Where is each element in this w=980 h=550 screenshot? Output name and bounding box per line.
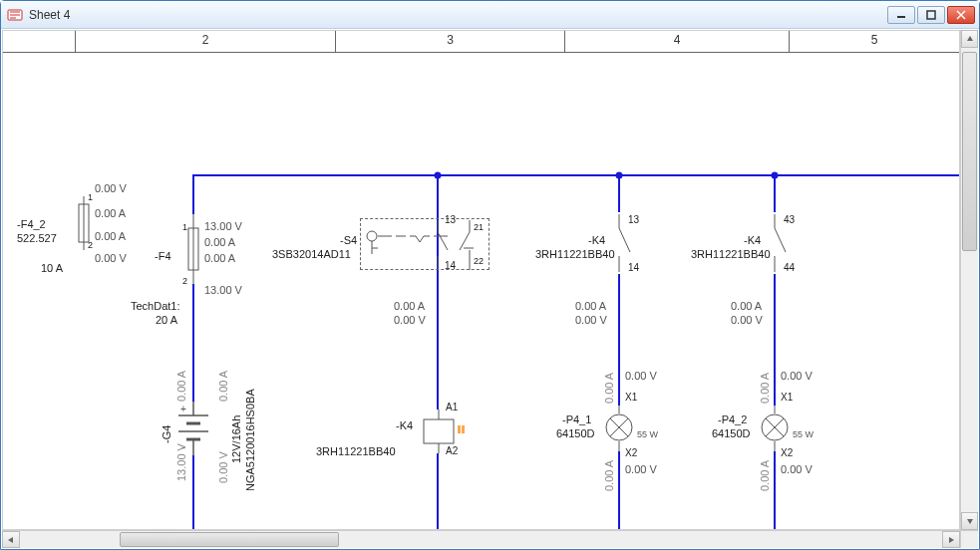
lamp-p4-2	[760, 406, 790, 451]
meas-current: 0.00 A	[759, 460, 771, 491]
pin-label: 21	[474, 222, 484, 232]
component-part: 3RH11221BB40	[535, 248, 615, 260]
hscroll-track[interactable]	[20, 531, 942, 548]
meas-current: 0.00 A	[175, 371, 187, 402]
meas-voltage: 13.00 V	[175, 443, 187, 481]
hscroll-thumb[interactable]	[120, 532, 339, 547]
component-part: 64150D	[556, 427, 595, 439]
meas-voltage: 13.00 V	[204, 284, 242, 296]
component-ref: -K4	[588, 234, 605, 246]
meas-current: 0.00 A	[394, 300, 425, 312]
svg-marker-51	[949, 537, 954, 543]
pin-label: A1	[446, 402, 458, 412]
svg-rect-37	[462, 425, 465, 433]
svg-line-24	[460, 232, 470, 250]
meas-voltage: 0.00 V	[394, 314, 426, 326]
component-ref: -K4	[744, 234, 761, 246]
meas-voltage: 0.00 V	[781, 370, 813, 382]
svg-line-21	[438, 232, 448, 250]
minimize-icon	[896, 10, 906, 20]
component-part: 522.527	[17, 232, 57, 244]
meas-voltage: 0.00 V	[625, 463, 657, 475]
vscroll-thumb[interactable]	[962, 52, 977, 251]
component-rating: 10 A	[41, 262, 63, 274]
chevron-right-icon	[947, 536, 955, 544]
minimize-button[interactable]	[887, 6, 915, 24]
meas-current: 0.00 A	[731, 300, 762, 312]
meas-voltage: 0.00 V	[217, 451, 229, 483]
ruler-cell: 5	[790, 31, 959, 52]
maximize-icon	[926, 10, 936, 20]
meas-current: 0.00 A	[603, 460, 615, 491]
scroll-up-button[interactable]	[961, 30, 978, 48]
lamp-wattage: 55 W	[793, 429, 814, 439]
scroll-right-button[interactable]	[942, 531, 960, 548]
svg-rect-34	[424, 419, 454, 443]
component-ref: -G4	[161, 425, 172, 443]
meas-current: 0.00 A	[95, 230, 126, 242]
titlebar[interactable]: Sheet 4	[1, 1, 979, 29]
lamp-wattage: 55 W	[637, 429, 658, 439]
component-ref: -P4_1	[562, 413, 591, 425]
svg-point-17	[367, 231, 377, 241]
meas-current: 0.00 A	[204, 236, 235, 248]
chevron-left-icon	[7, 536, 15, 544]
pin-label: 14	[445, 260, 456, 271]
junction-node	[616, 172, 623, 179]
canvas-scrollport[interactable]: 2 3 4 5	[2, 30, 960, 530]
lamp-p4-1	[604, 406, 634, 451]
component-rating: 20 A	[156, 314, 177, 326]
pin-label: X1	[781, 392, 793, 403]
window-title: Sheet 4	[29, 8, 887, 22]
svg-text:+: +	[180, 404, 186, 414]
ruler-cell	[3, 31, 76, 52]
component-part: 3SB32014AD11	[272, 248, 351, 260]
pin-label: 1	[182, 222, 187, 232]
scroll-left-button[interactable]	[2, 531, 20, 548]
pin-label: A2	[446, 445, 458, 456]
component-ref: -S4	[340, 234, 357, 246]
switch-s4	[360, 220, 490, 270]
pin-label: 22	[474, 256, 484, 266]
ruler-cell: 4	[565, 31, 790, 52]
close-icon	[956, 10, 966, 20]
meas-voltage: 13.00 V	[204, 220, 242, 232]
meas-current: 0.00 A	[204, 252, 235, 264]
pin-label: X2	[625, 447, 637, 458]
wire-bus-top	[192, 174, 960, 176]
client-area: 2 3 4 5	[2, 30, 978, 548]
meas-voltage: 0.00 V	[95, 252, 127, 264]
meas-current: 0.00 A	[217, 371, 229, 402]
component-desc: 12V/16Ah	[230, 415, 242, 463]
close-button[interactable]	[947, 6, 975, 24]
meas-voltage: 0.00 V	[781, 463, 813, 475]
app-icon	[7, 7, 23, 23]
svg-rect-2	[927, 11, 935, 19]
component-part: 64150D	[712, 427, 751, 439]
meas-current: 0.00 A	[575, 300, 606, 312]
vscroll-track[interactable]	[961, 48, 978, 512]
maximize-button[interactable]	[917, 6, 945, 24]
pin-label: X1	[625, 392, 637, 403]
component-ref: -P4_2	[718, 413, 747, 425]
meas-voltage: 0.00 V	[95, 182, 127, 194]
pin-label: 1	[88, 192, 93, 202]
chevron-up-icon	[966, 35, 974, 43]
horizontal-scrollbar[interactable]	[2, 530, 960, 548]
svg-line-31	[775, 228, 786, 252]
junction-node	[772, 172, 779, 179]
vertical-scrollbar[interactable]	[960, 30, 978, 530]
svg-marker-48	[967, 36, 973, 41]
scroll-down-button[interactable]	[961, 512, 978, 530]
app-window: Sheet 4 2 3 4 5	[0, 0, 980, 550]
component-ref: -F4	[155, 250, 171, 262]
column-ruler: 2 3 4 5	[3, 31, 959, 53]
component-techdat: TechDat1:	[131, 300, 180, 312]
meas-voltage: 0.00 V	[731, 314, 763, 326]
schematic-canvas[interactable]: 2 3 4 5	[3, 31, 959, 529]
drawing-area[interactable]: 1 2 -F4_2 522.527 10 A 0.00 V 0.00 A 0.0…	[3, 53, 959, 528]
pin-label: 44	[784, 262, 795, 273]
pin-label: X2	[781, 447, 793, 458]
meas-voltage: 0.00 V	[575, 314, 607, 326]
svg-rect-36	[458, 425, 461, 433]
